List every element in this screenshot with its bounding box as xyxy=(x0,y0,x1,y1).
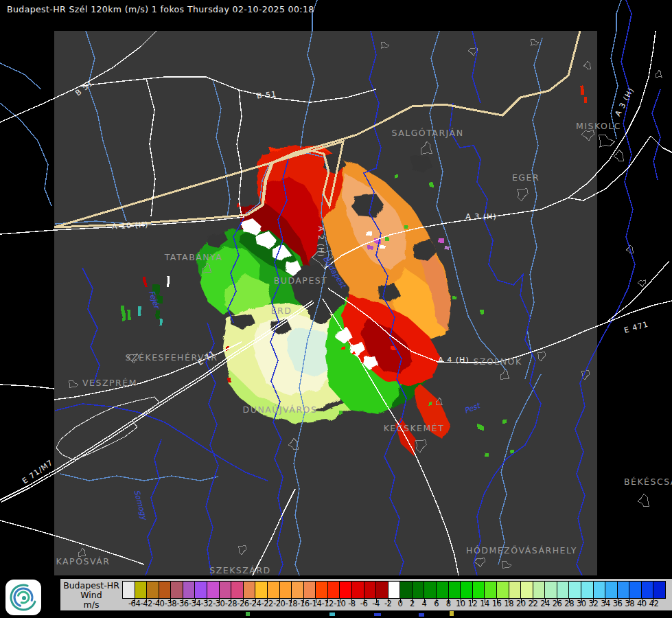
legend-color-cell xyxy=(605,582,617,598)
legend-color-cell xyxy=(375,582,388,598)
city-label: KAPOSVÁR xyxy=(56,556,111,566)
legend-color-cell xyxy=(460,582,472,598)
legend-color-cell xyxy=(267,582,279,598)
radar-echo xyxy=(384,237,389,240)
legend-color-cell xyxy=(557,582,569,598)
radar-echo xyxy=(143,277,146,286)
city-label: HÓDMEZŐVÁSÁRHELY xyxy=(466,545,577,556)
legend-color-cell xyxy=(351,582,364,598)
legend-color-cell xyxy=(243,582,255,598)
legend-color-cell xyxy=(339,582,351,598)
city-label: TATABÁNYA xyxy=(164,252,223,262)
legend-quantity: Wind xyxy=(60,591,122,600)
radar-echo xyxy=(369,247,373,251)
radar-echo xyxy=(379,244,384,248)
radar-echo xyxy=(428,401,432,405)
legend-color-cell xyxy=(629,582,641,598)
weather-map: SALGÓTARJÁNMISKOLCEGERTATABÁNYABUDAPESTÉ… xyxy=(0,0,672,618)
radar-echo xyxy=(445,246,449,250)
legend-color-cell xyxy=(135,582,147,598)
radar-display: SALGÓTARJÁNMISKOLCEGERTATABÁNYABUDAPESTÉ… xyxy=(0,0,672,618)
radar-echo xyxy=(159,319,162,325)
legend-color-cell xyxy=(183,582,195,598)
road-label: A 2 (H) xyxy=(316,226,325,257)
legend-bar: Budapest-HR Wind m/s -64-42-40-38-36-34-… xyxy=(60,579,672,610)
legend-color-cell xyxy=(496,582,509,598)
radar-echo xyxy=(156,310,160,319)
city-label: BÉKÉSCSABA xyxy=(624,477,672,487)
legend-color-cell xyxy=(364,582,376,598)
legend-color-cell xyxy=(315,582,327,598)
legend-color-cell xyxy=(279,582,292,598)
legend-color-cell xyxy=(231,582,243,598)
legend-color-cell xyxy=(581,582,593,598)
legend-color-cell xyxy=(533,582,545,598)
radar-echo xyxy=(342,347,346,350)
app-logo xyxy=(5,580,41,615)
legend-color-cell xyxy=(509,582,521,598)
city-label: VESZPRÉM xyxy=(82,378,137,388)
legend-color-cell xyxy=(159,582,171,598)
city-label: SZEKSZÁRD xyxy=(209,565,270,575)
radar-echo xyxy=(167,276,170,287)
legend-color-cell xyxy=(194,582,207,598)
radar-echo xyxy=(584,97,587,103)
city-label: KECSKEMÉT xyxy=(384,423,445,433)
radar-echo xyxy=(485,453,489,457)
legend-color-cell xyxy=(123,582,135,598)
legend-color-cell xyxy=(544,582,557,598)
map-fragment xyxy=(329,613,335,616)
radar-echo xyxy=(480,310,484,314)
city-label: MISKOLC xyxy=(576,121,621,131)
radar-echo xyxy=(227,378,231,382)
legend-color-cell xyxy=(399,582,412,598)
radar-echo xyxy=(430,183,434,187)
legend-color-cell xyxy=(170,582,183,598)
legend-product: Budapest-HR xyxy=(60,581,122,591)
radar-echo xyxy=(128,310,131,320)
legend-color-cell xyxy=(412,582,424,598)
legend-color-cell xyxy=(255,582,267,598)
radar-echo xyxy=(580,86,583,94)
radar-echo xyxy=(439,238,444,243)
city-label: DUNAÚJVÁROS xyxy=(243,404,318,415)
legend-color-cell xyxy=(520,582,533,598)
radar-echo xyxy=(394,174,398,178)
spiral-logo-icon xyxy=(5,580,41,615)
legend-title-block: Budapest-HR Wind m/s xyxy=(60,580,122,610)
legend-color-cell xyxy=(291,582,303,598)
legend-color-scale xyxy=(122,581,666,599)
legend-color-cell xyxy=(219,582,231,598)
legend-color-cell xyxy=(593,582,605,598)
product-title: Budapest-HR Szél 120km (m/s) 1 fokos Thu… xyxy=(7,4,314,14)
city-label: SALGÓTARJÁN xyxy=(392,128,464,138)
map-fragment xyxy=(246,612,250,616)
legend-color-cell xyxy=(484,582,496,598)
legend-color-cell xyxy=(207,582,219,598)
city-label: EGER xyxy=(512,172,540,183)
radar-echo xyxy=(478,425,483,429)
radar-echo xyxy=(121,306,125,320)
legend-color-cell xyxy=(653,582,665,598)
legend-color-cell xyxy=(436,582,448,598)
road-label: A 3 (H) xyxy=(465,212,496,221)
legend-color-cell xyxy=(568,582,581,598)
legend-color-cell xyxy=(641,582,653,598)
legend-color-cell xyxy=(472,582,485,598)
legend-color-cell xyxy=(448,582,461,598)
legend-color-cell xyxy=(327,582,340,598)
city-label: ÉRD xyxy=(271,306,292,316)
road-label: A 4 (H) xyxy=(438,356,469,365)
legend-color-cell xyxy=(617,582,629,598)
radar-echo xyxy=(340,411,344,415)
city-label: BUDAPEST xyxy=(274,275,328,286)
legend-color-cell xyxy=(424,582,436,598)
legend-color-cell xyxy=(303,582,316,598)
legend-tick-label: 42 xyxy=(643,599,664,608)
legend-unit: m/s xyxy=(60,600,122,610)
city-label: SZOLNOK xyxy=(473,356,522,367)
legend-color-cell xyxy=(146,582,159,598)
radar-echo xyxy=(452,296,456,299)
map-fragment xyxy=(419,613,424,617)
map-fragment xyxy=(374,613,381,616)
